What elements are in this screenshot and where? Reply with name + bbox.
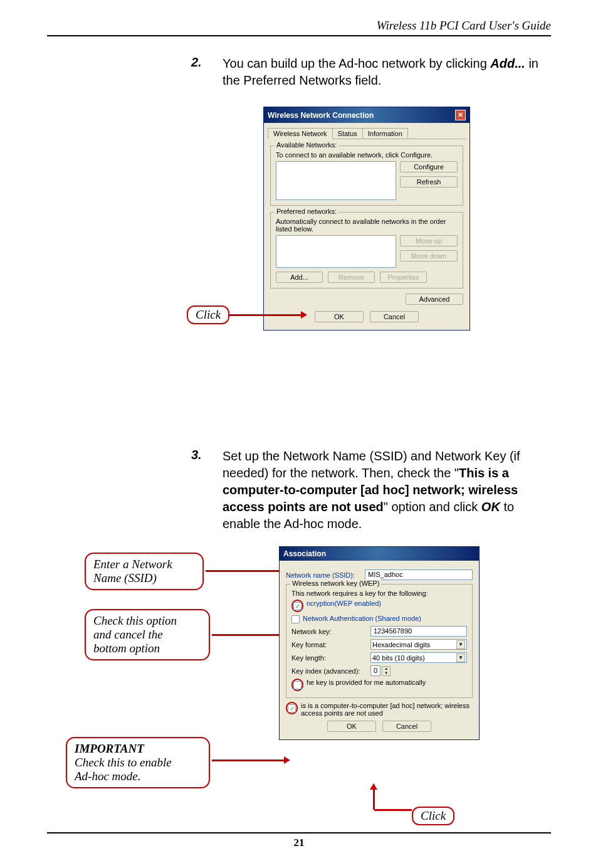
spinner[interactable]: ▲▼: [382, 666, 391, 676]
step2-a: You can build up the Ad-hoc network by c…: [223, 56, 490, 70]
ok-button-2[interactable]: OK: [327, 721, 376, 732]
available-listbox[interactable]: [276, 161, 396, 200]
callout-important: IMPORTANT Check this to enable Ad-hoc mo…: [66, 737, 210, 788]
highlight-adhoc: [286, 702, 298, 714]
step-2: 2. You can build up the Ad-hoc network b…: [191, 55, 545, 89]
add-button[interactable]: Add...: [276, 272, 323, 283]
s3ok: OK: [481, 500, 500, 514]
chk-autokey-label: he key is provided for me automatically: [307, 679, 426, 686]
available-text: To connect to an available network, clic…: [276, 151, 458, 159]
callout-line-important: [212, 760, 287, 761]
preferred-text: Automatically connect to available netwo…: [276, 218, 458, 233]
refresh-button[interactable]: Refresh: [400, 176, 458, 188]
chevron-down-icon[interactable]: ▼: [456, 640, 465, 649]
ssid-label: Network name (SSID):: [286, 571, 361, 579]
footer-rule: [47, 832, 551, 834]
close-icon[interactable]: ✕: [455, 110, 466, 120]
caret-up-icon[interactable]: ▲: [382, 667, 390, 671]
ssid-input[interactable]: MIS_adhoc: [365, 569, 473, 580]
chk-auth-label: Network Authentication (Shared mode): [303, 615, 421, 622]
tab-status[interactable]: Status: [332, 128, 363, 139]
dialog1-region: Click Wireless Network Connection ✕ Wire…: [47, 98, 551, 430]
callout-line-1: [229, 314, 304, 316]
dialog1-tabs: Wireless Network Status Information: [268, 128, 466, 139]
format-value: Hexadecimal digits: [372, 641, 430, 648]
dialog1-titlebar: Wireless Network Connection ✕: [264, 107, 469, 123]
arrow-up-icon: [370, 783, 377, 790]
cb3a: Check this to enable: [75, 756, 201, 770]
callout-click-2: Click: [412, 807, 454, 825]
step-3-num: 3.: [191, 448, 223, 532]
step-3-text: Set up the Network Name (SSID) and Netwo…: [223, 448, 545, 532]
highlight-encrypt: [291, 600, 303, 612]
key-input[interactable]: 1234567890: [370, 626, 467, 637]
cb1b: Name (SSID): [93, 571, 195, 585]
page-number: 21: [0, 837, 598, 849]
index-label: Key index (advanced):: [291, 667, 367, 675]
highlight-autokey: [291, 679, 303, 691]
dialog2-title: Association: [283, 549, 326, 558]
checkbox-auth[interactable]: [291, 615, 300, 623]
dialog1-title: Wireless Network Connection: [268, 111, 374, 120]
dialog-wireless-network: Wireless Network Connection ✕ Wireless N…: [263, 107, 470, 331]
checkbox-adhoc[interactable]: [288, 704, 296, 712]
header-title: Wireless 11b PCI Card User's Guide: [47, 19, 551, 36]
remove-button[interactable]: Remove: [328, 272, 375, 283]
length-value: 40 bits (10 digits): [372, 654, 425, 662]
key-label: Network key:: [291, 628, 367, 635]
length-select[interactable]: 40 bits (10 digits) ▼: [370, 652, 467, 663]
callout-line-ok2: [374, 809, 412, 811]
wep-legend: Wireless network key (WEP): [290, 580, 381, 587]
callout-check-option: Check this option and cancel the bottom …: [85, 609, 210, 660]
ok-button-1[interactable]: OK: [315, 311, 364, 322]
available-legend: Available Networks:: [275, 141, 338, 149]
length-label: Key length:: [291, 654, 367, 662]
cb1a: Enter a Network: [93, 558, 195, 571]
arrow-icon: [301, 311, 307, 319]
format-select[interactable]: Hexadecimal digits ▼: [370, 639, 467, 650]
advanced-button[interactable]: Advanced: [406, 294, 463, 305]
s3b: " option and click: [384, 500, 481, 514]
moveup-button[interactable]: Move up: [400, 235, 458, 246]
cb2c: bottom option: [93, 642, 201, 655]
step2-add: Add...: [490, 56, 525, 70]
chk-adhoc-label: is is a computer-to-computer [ad hoc] ne…: [301, 702, 473, 717]
callout-click-1: Click: [187, 305, 229, 324]
chk-encrypt-label: ncryption(WEP enabled): [307, 600, 381, 607]
tab-wireless-network[interactable]: Wireless Network: [268, 128, 333, 139]
preferred-listbox[interactable]: [276, 235, 396, 268]
tab-information[interactable]: Information: [362, 128, 408, 139]
index-input[interactable]: 0: [370, 665, 380, 676]
dialog-association: Association Network name (SSID): MIS_adh…: [279, 546, 480, 740]
cb3imp: IMPORTANT: [75, 742, 201, 756]
cb2b: and cancel the: [93, 628, 201, 642]
cb2a: Check this option: [93, 614, 201, 628]
chevron-down-icon[interactable]: ▼: [456, 654, 465, 662]
callout-ssid: Enter a Network Name (SSID): [85, 553, 204, 590]
arrow-icon: [284, 756, 290, 764]
configure-button[interactable]: Configure: [400, 161, 458, 172]
group-preferred-networks: Preferred networks: Automatically connec…: [270, 212, 463, 288]
checkbox-autokey[interactable]: [293, 681, 302, 689]
step-2-text: You can build up the Ad-hoc network by c…: [223, 55, 545, 89]
format-label: Key format:: [291, 641, 367, 648]
content-body: 2. You can build up the Ad-hoc network b…: [47, 55, 551, 828]
cb3b: Ad-hoc mode.: [75, 770, 201, 783]
properties-button[interactable]: Properties: [380, 272, 427, 283]
dialog2-region: Enter a Network Name (SSID) Check this o…: [47, 546, 551, 828]
movedown-button[interactable]: Move down: [400, 250, 458, 262]
cancel-button-1[interactable]: Cancel: [370, 311, 419, 322]
group-available-networks: Available Networks: To connect to an ava…: [270, 146, 463, 206]
caret-down-icon[interactable]: ▼: [382, 671, 390, 675]
dialog2-titlebar: Association: [280, 547, 479, 561]
step-2-num: 2.: [191, 55, 223, 89]
callout-line-check: [212, 634, 287, 636]
step-3: 3. Set up the Network Name (SSID) and Ne…: [191, 448, 545, 532]
preferred-legend: Preferred networks:: [275, 208, 338, 215]
cancel-button-2[interactable]: Cancel: [382, 721, 431, 732]
wep-text: This network requires a key for the foll…: [291, 590, 467, 597]
group-wep: Wireless network key (WEP) This network …: [286, 584, 473, 698]
checkbox-encryption[interactable]: [293, 602, 302, 610]
